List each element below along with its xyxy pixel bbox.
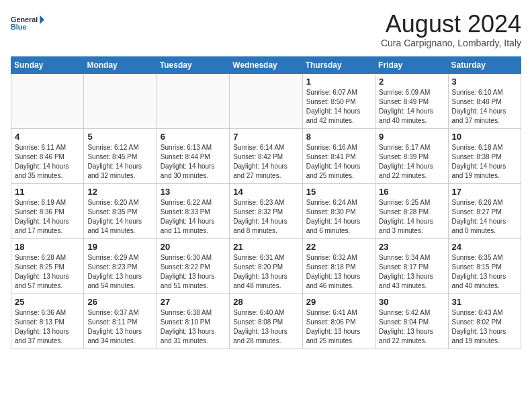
day-info: Sunrise: 6:36 AM Sunset: 8:13 PM Dayligh… — [15, 308, 80, 346]
month-title: August 2024 — [381, 11, 521, 38]
calendar-cell: 31Sunrise: 6:43 AM Sunset: 8:02 PM Dayli… — [448, 293, 521, 349]
day-info: Sunrise: 6:16 AM Sunset: 8:41 PM Dayligh… — [306, 143, 371, 181]
day-number: 30 — [379, 297, 444, 307]
calendar-cell: 27Sunrise: 6:38 AM Sunset: 8:10 PM Dayli… — [157, 293, 229, 349]
day-number: 29 — [306, 297, 371, 307]
day-info: Sunrise: 6:18 AM Sunset: 8:38 PM Dayligh… — [452, 143, 517, 181]
weekday-header: Thursday — [302, 56, 375, 73]
calendar-cell: 18Sunrise: 6:28 AM Sunset: 8:25 PM Dayli… — [11, 238, 84, 293]
day-info: Sunrise: 6:10 AM Sunset: 8:48 PM Dayligh… — [452, 88, 517, 126]
day-number: 7 — [233, 132, 298, 142]
day-info: Sunrise: 6:37 AM Sunset: 8:11 PM Dayligh… — [87, 308, 152, 346]
day-number: 1 — [306, 77, 371, 87]
day-number: 8 — [306, 132, 371, 142]
calendar-cell: 4Sunrise: 6:11 AM Sunset: 8:46 PM Daylig… — [11, 128, 84, 183]
svg-text:Blue: Blue — [11, 23, 26, 31]
day-number: 16 — [379, 187, 444, 197]
calendar-cell: 1Sunrise: 6:07 AM Sunset: 8:50 PM Daylig… — [302, 73, 375, 128]
day-info: Sunrise: 6:30 AM Sunset: 8:22 PM Dayligh… — [161, 253, 226, 291]
day-number: 27 — [161, 297, 226, 307]
calendar-cell — [11, 73, 84, 128]
day-info: Sunrise: 6:34 AM Sunset: 8:17 PM Dayligh… — [379, 253, 444, 291]
weekday-header: Tuesday — [157, 56, 229, 73]
day-info: Sunrise: 6:35 AM Sunset: 8:15 PM Dayligh… — [452, 253, 517, 291]
day-number: 20 — [161, 242, 226, 252]
calendar-cell: 15Sunrise: 6:24 AM Sunset: 8:30 PM Dayli… — [302, 183, 375, 238]
logo-svg: General Blue — [11, 11, 44, 38]
day-number: 17 — [452, 187, 517, 197]
day-number: 2 — [379, 77, 444, 87]
day-info: Sunrise: 6:12 AM Sunset: 8:45 PM Dayligh… — [87, 143, 152, 181]
calendar-week-row: 25Sunrise: 6:36 AM Sunset: 8:13 PM Dayli… — [11, 293, 521, 349]
calendar-cell — [157, 73, 229, 128]
day-info: Sunrise: 6:23 AM Sunset: 8:32 PM Dayligh… — [233, 198, 298, 236]
day-number: 9 — [379, 132, 444, 142]
page-header: General Blue August 2024 Cura Carpignano… — [11, 11, 521, 48]
day-number: 26 — [87, 297, 152, 307]
weekday-header: Monday — [84, 56, 157, 73]
day-number: 25 — [15, 297, 80, 307]
weekday-header: Friday — [375, 56, 448, 73]
day-info: Sunrise: 6:20 AM Sunset: 8:35 PM Dayligh… — [87, 198, 152, 236]
day-info: Sunrise: 6:19 AM Sunset: 8:36 PM Dayligh… — [15, 198, 80, 236]
day-number: 19 — [87, 242, 152, 252]
day-info: Sunrise: 6:11 AM Sunset: 8:46 PM Dayligh… — [15, 143, 80, 181]
day-number: 3 — [452, 77, 517, 87]
day-info: Sunrise: 6:42 AM Sunset: 8:04 PM Dayligh… — [379, 308, 444, 346]
calendar-cell: 12Sunrise: 6:20 AM Sunset: 8:35 PM Dayli… — [84, 183, 157, 238]
calendar-cell: 11Sunrise: 6:19 AM Sunset: 8:36 PM Dayli… — [11, 183, 84, 238]
svg-marker-2 — [40, 15, 44, 24]
day-info: Sunrise: 6:41 AM Sunset: 8:06 PM Dayligh… — [306, 308, 371, 346]
calendar-cell — [84, 73, 157, 128]
day-number: 12 — [87, 187, 152, 197]
location-title: Cura Carpignano, Lombardy, Italy — [381, 38, 521, 48]
calendar-week-row: 4Sunrise: 6:11 AM Sunset: 8:46 PM Daylig… — [11, 128, 521, 183]
day-info: Sunrise: 6:22 AM Sunset: 8:33 PM Dayligh… — [161, 198, 226, 236]
day-number: 6 — [161, 132, 226, 142]
calendar-cell: 6Sunrise: 6:13 AM Sunset: 8:44 PM Daylig… — [157, 128, 229, 183]
day-number: 10 — [452, 132, 517, 142]
calendar-cell: 21Sunrise: 6:31 AM Sunset: 8:20 PM Dayli… — [230, 238, 302, 293]
weekday-header-row: SundayMondayTuesdayWednesdayThursdayFrid… — [11, 56, 521, 73]
day-number: 15 — [306, 187, 371, 197]
weekday-header: Saturday — [448, 56, 521, 73]
day-number: 23 — [379, 242, 444, 252]
day-number: 28 — [233, 297, 298, 307]
day-number: 24 — [452, 242, 517, 252]
calendar-cell: 26Sunrise: 6:37 AM Sunset: 8:11 PM Dayli… — [84, 293, 157, 349]
calendar-cell: 10Sunrise: 6:18 AM Sunset: 8:38 PM Dayli… — [448, 128, 521, 183]
calendar-cell: 13Sunrise: 6:22 AM Sunset: 8:33 PM Dayli… — [157, 183, 229, 238]
calendar-cell: 16Sunrise: 6:25 AM Sunset: 8:28 PM Dayli… — [375, 183, 448, 238]
day-info: Sunrise: 6:07 AM Sunset: 8:50 PM Dayligh… — [306, 88, 371, 126]
day-info: Sunrise: 6:24 AM Sunset: 8:30 PM Dayligh… — [306, 198, 371, 236]
calendar-cell: 24Sunrise: 6:35 AM Sunset: 8:15 PM Dayli… — [448, 238, 521, 293]
svg-text:General: General — [11, 15, 38, 24]
calendar-cell: 9Sunrise: 6:17 AM Sunset: 8:39 PM Daylig… — [375, 128, 448, 183]
day-info: Sunrise: 6:29 AM Sunset: 8:23 PM Dayligh… — [87, 253, 152, 291]
day-info: Sunrise: 6:38 AM Sunset: 8:10 PM Dayligh… — [161, 308, 226, 346]
day-number: 22 — [306, 242, 371, 252]
day-info: Sunrise: 6:26 AM Sunset: 8:27 PM Dayligh… — [452, 198, 517, 236]
calendar-table: SundayMondayTuesdayWednesdayThursdayFrid… — [11, 56, 521, 349]
day-info: Sunrise: 6:14 AM Sunset: 8:42 PM Dayligh… — [233, 143, 298, 181]
calendar-cell: 20Sunrise: 6:30 AM Sunset: 8:22 PM Dayli… — [157, 238, 229, 293]
calendar-cell: 5Sunrise: 6:12 AM Sunset: 8:45 PM Daylig… — [84, 128, 157, 183]
logo: General Blue — [11, 11, 44, 38]
day-number: 11 — [15, 187, 80, 197]
day-info: Sunrise: 6:13 AM Sunset: 8:44 PM Dayligh… — [161, 143, 226, 181]
title-block: August 2024 Cura Carpignano, Lombardy, I… — [381, 11, 521, 48]
calendar-week-row: 1Sunrise: 6:07 AM Sunset: 8:50 PM Daylig… — [11, 73, 521, 128]
calendar-cell: 2Sunrise: 6:09 AM Sunset: 8:49 PM Daylig… — [375, 73, 448, 128]
calendar-cell: 7Sunrise: 6:14 AM Sunset: 8:42 PM Daylig… — [230, 128, 302, 183]
day-info: Sunrise: 6:25 AM Sunset: 8:28 PM Dayligh… — [379, 198, 444, 236]
calendar-cell: 3Sunrise: 6:10 AM Sunset: 8:48 PM Daylig… — [448, 73, 521, 128]
day-number: 4 — [15, 132, 80, 142]
day-info: Sunrise: 6:09 AM Sunset: 8:49 PM Dayligh… — [379, 88, 444, 126]
day-number: 18 — [15, 242, 80, 252]
day-info: Sunrise: 6:31 AM Sunset: 8:20 PM Dayligh… — [233, 253, 298, 291]
calendar-cell: 30Sunrise: 6:42 AM Sunset: 8:04 PM Dayli… — [375, 293, 448, 349]
calendar-cell: 8Sunrise: 6:16 AM Sunset: 8:41 PM Daylig… — [302, 128, 375, 183]
day-number: 21 — [233, 242, 298, 252]
calendar-cell: 19Sunrise: 6:29 AM Sunset: 8:23 PM Dayli… — [84, 238, 157, 293]
calendar-cell: 22Sunrise: 6:32 AM Sunset: 8:18 PM Dayli… — [302, 238, 375, 293]
